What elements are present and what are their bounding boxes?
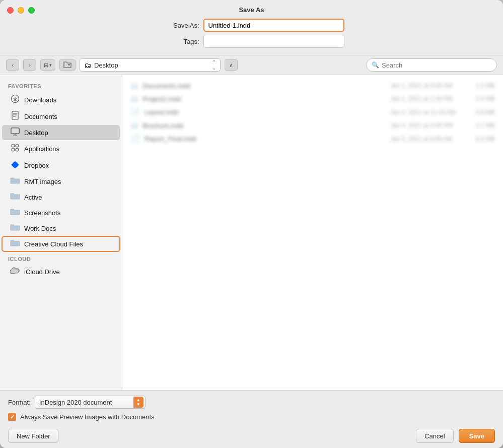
file-icon: 🗂: [130, 81, 138, 90]
dropbox-icon: [10, 160, 20, 171]
documents-icon: [10, 111, 20, 122]
sidebar-item-work-docs[interactable]: Work Docs: [2, 221, 120, 236]
sidebar-item-applications[interactable]: Applications: [2, 141, 120, 157]
table-row[interactable]: 📄 Layout.indd Jan 3, 2021 at 11:15 AM 0.…: [122, 105, 503, 119]
file-size: 0.8 MB: [465, 109, 495, 116]
cancel-button[interactable]: Cancel: [416, 429, 453, 443]
sidebar-item-label: Screenshots: [24, 209, 60, 217]
minimize-button[interactable]: [18, 7, 24, 14]
svg-point-15: [16, 144, 19, 147]
folder-icon: [10, 208, 20, 218]
back-button[interactable]: ‹: [6, 59, 19, 71]
close-button[interactable]: [7, 7, 14, 14]
cloud-icon: [10, 267, 20, 276]
downloads-icon: [10, 94, 20, 105]
file-name: Brochure.indd: [142, 122, 386, 130]
file-size: 1.2 MB: [465, 82, 495, 89]
format-select-wrapper: InDesign 2020 document InDesign CS6 docu…: [35, 396, 146, 409]
location-arrows-icon: ⌃⌄: [212, 59, 216, 71]
creative-cloud-folder-icon: [10, 239, 20, 249]
chevron-up-icon: ∧: [229, 62, 233, 69]
save-dialog: Save As Save As: Tags: ‹ › ⊞ ▾: [0, 0, 503, 448]
sidebar-item-label: Creative Cloud Files: [24, 240, 83, 248]
sidebar-item-documents[interactable]: Documents: [2, 108, 120, 124]
sidebar-item-label: Applications: [24, 145, 59, 153]
svg-point-14: [12, 144, 15, 147]
search-box: 🔍: [366, 58, 497, 72]
maximize-button[interactable]: [28, 7, 35, 14]
location-folder-icon: 🗂: [84, 61, 91, 69]
file-name: Document1.indd: [142, 82, 386, 90]
save-as-input[interactable]: [203, 19, 344, 32]
checkbox-label: Always Save Preview Images with Document…: [20, 413, 155, 421]
sidebar-item-label: Desktop: [24, 129, 48, 137]
file-date: Jan 5, 2021 at 8:00 AM: [390, 136, 461, 143]
folder-icon: [10, 223, 20, 233]
table-row[interactable]: 🗂 Brochure.indd Jan 4, 2021 at 4:45 PM 2…: [122, 119, 503, 132]
sidebar-item-screenshots[interactable]: Screenshots: [2, 205, 120, 220]
chevron-right-icon: ›: [29, 62, 31, 68]
location-dropdown[interactable]: 🗂 Desktop ⌃⌄: [80, 58, 221, 72]
traffic-lights: [7, 7, 35, 14]
sidebar-item-label: RMT images: [24, 178, 61, 185]
checkmark-icon: ✓: [10, 414, 15, 420]
sidebar-item-icloud-drive[interactable]: iCloud Drive: [2, 265, 120, 279]
format-label: Format:: [8, 399, 31, 406]
chevron-down-icon: ▾: [49, 62, 52, 68]
file-browser[interactable]: 🗂 Document1.indd Jan 1, 2021 at 9:00 AM …: [122, 75, 503, 390]
sidebar-item-label: iCloud Drive: [24, 268, 60, 276]
preview-checkbox[interactable]: ✓: [8, 413, 16, 421]
folder-icon: [10, 192, 20, 202]
search-input[interactable]: [382, 61, 491, 69]
format-select[interactable]: InDesign 2020 document InDesign CS6 docu…: [35, 396, 146, 409]
file-date: Jan 2, 2021 at 2:30 PM: [390, 95, 461, 102]
sidebar-item-active[interactable]: Active: [2, 189, 120, 205]
svg-rect-5: [12, 111, 18, 119]
sidebar-item-creative-cloud[interactable]: Creative Cloud Files: [2, 236, 120, 251]
file-date: Jan 1, 2021 at 9:00 AM: [390, 82, 461, 89]
table-row[interactable]: 📄 Report_Final.indd Jan 5, 2021 at 8:00 …: [122, 132, 503, 146]
save-as-label: Save As:: [159, 22, 199, 29]
table-row[interactable]: 🗂 Document1.indd Jan 1, 2021 at 9:00 AM …: [122, 79, 503, 92]
favorites-label: Favorites: [0, 79, 122, 91]
file-icon: 🗂: [130, 121, 138, 130]
toolbar: ‹ › ⊞ ▾ 🗂 Desktop ⌃⌄ ∧ 🔍: [0, 55, 503, 75]
bottom-bar: Format: InDesign 2020 document InDesign …: [0, 390, 503, 448]
icloud-label: iCloud: [0, 252, 122, 264]
sidebar: Favorites Downloads Documents: [0, 75, 122, 390]
file-date: Jan 4, 2021 at 4:45 PM: [390, 122, 461, 129]
sidebar-item-downloads[interactable]: Downloads: [2, 92, 120, 108]
tags-row: Tags:: [8, 35, 495, 48]
tags-label: Tags:: [159, 38, 199, 45]
table-row[interactable]: 🗂 Project2.indd Jan 2, 2021 at 2:30 PM 3…: [122, 92, 503, 105]
right-buttons: Cancel Save: [416, 429, 495, 443]
sidebar-item-rmt-images[interactable]: RMT images: [2, 174, 120, 189]
save-as-row: Save As:: [8, 19, 495, 32]
checkbox-row: ✓ Always Save Preview Images with Docume…: [8, 413, 495, 421]
tags-input[interactable]: [203, 35, 344, 48]
file-size: 2.1 MB: [465, 122, 495, 129]
grid-icon: ⊞: [44, 62, 48, 69]
sidebar-item-desktop[interactable]: Desktop: [2, 125, 120, 140]
sidebar-item-dropbox[interactable]: Dropbox: [2, 157, 120, 173]
folder-plus-icon: [63, 61, 72, 69]
main-content: Favorites Downloads Documents: [0, 75, 503, 390]
new-folder-button[interactable]: New Folder: [8, 429, 58, 443]
view-toggle-button[interactable]: ⊞ ▾: [40, 59, 55, 71]
sidebar-item-label: Downloads: [24, 96, 56, 104]
svg-rect-10: [11, 128, 19, 134]
save-button[interactable]: Save: [459, 429, 495, 443]
file-icon: 📄: [130, 107, 140, 117]
window-title: Save As: [239, 6, 264, 14]
forward-button[interactable]: ›: [23, 59, 36, 71]
applications-icon: [10, 143, 20, 154]
expand-button[interactable]: ∧: [225, 59, 238, 71]
folder-icon: [10, 176, 20, 186]
file-list: 🗂 Document1.indd Jan 1, 2021 at 9:00 AM …: [122, 75, 503, 150]
sidebar-item-label: Documents: [24, 113, 57, 120]
svg-point-17: [16, 148, 19, 151]
file-name: Report_Final.indd: [145, 135, 386, 143]
file-icon: 🗂: [130, 94, 138, 103]
new-folder-toolbar-button[interactable]: [59, 59, 76, 71]
action-row: New Folder Cancel Save: [8, 429, 495, 443]
